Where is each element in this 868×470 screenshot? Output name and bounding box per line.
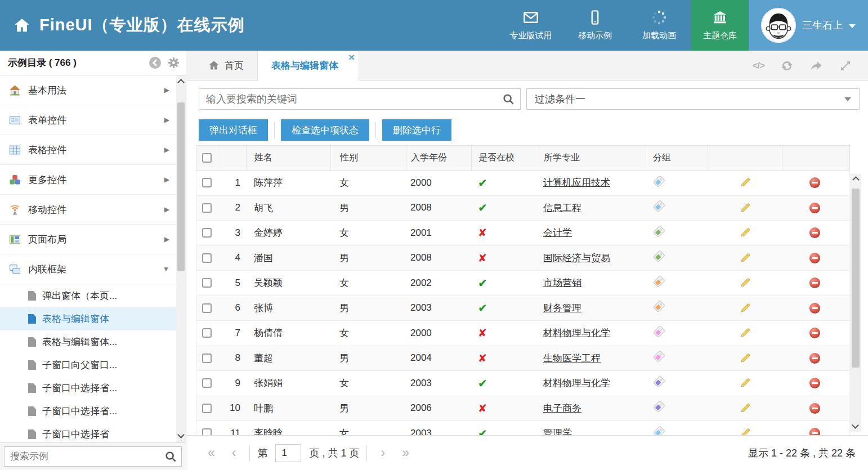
edit-icon[interactable] — [739, 352, 751, 365]
page-number-input[interactable] — [275, 444, 301, 462]
edit-icon[interactable] — [739, 276, 751, 289]
column-header[interactable] — [782, 146, 847, 170]
sidebar-child-2[interactable]: 表格与编辑窗体... — [0, 330, 176, 353]
delete-icon[interactable] — [809, 203, 820, 213]
column-header[interactable]: 姓名 — [246, 146, 330, 170]
row-checkbox[interactable] — [202, 228, 212, 238]
edit-icon[interactable] — [739, 226, 751, 239]
delete-icon[interactable] — [809, 277, 820, 288]
sidebar-child-1[interactable]: 表格与编辑窗体 — [0, 307, 176, 330]
column-header[interactable]: 入学年份 — [406, 146, 471, 170]
collapse-sidebar-icon[interactable] — [149, 56, 162, 69]
edit-icon[interactable] — [739, 176, 751, 189]
major-link[interactable]: 国际经济与贸易 — [543, 252, 610, 265]
column-header[interactable]: 是否在校 — [471, 146, 539, 170]
sidebar-scrollbar[interactable] — [176, 75, 186, 442]
header-nav-item-1[interactable]: 移动示例 — [563, 0, 627, 51]
major-link[interactable]: 会计学 — [543, 226, 572, 239]
column-header[interactable]: 性别 — [330, 146, 406, 170]
major-link[interactable]: 生物医学工程 — [543, 352, 601, 365]
sidebar-group-1[interactable]: 表单控件▶ — [0, 105, 176, 135]
edit-icon[interactable] — [739, 202, 751, 214]
major-link[interactable]: 财务管理 — [543, 302, 581, 315]
row-checkbox[interactable] — [202, 253, 212, 263]
sidebar-child-5[interactable]: 子窗口中选择省... — [0, 400, 176, 423]
toolbar-button-0[interactable]: 弹出对话框 — [199, 119, 268, 141]
sidebar-group-2[interactable]: 表格控件▶ — [0, 135, 176, 165]
major-link[interactable]: 材料物理与化学 — [543, 326, 610, 339]
delete-icon[interactable] — [809, 227, 820, 238]
row-checkbox[interactable] — [202, 378, 212, 388]
scroll-down-icon[interactable] — [852, 422, 859, 429]
delete-icon[interactable] — [809, 428, 820, 435]
sidebar-child-4[interactable]: 子窗口中选择省... — [0, 377, 176, 400]
sidebar-child-6[interactable]: 子窗口中选择省 — [0, 423, 176, 442]
column-header[interactable] — [708, 146, 782, 170]
scroll-up-icon[interactable] — [177, 79, 185, 86]
row-checkbox[interactable] — [202, 328, 212, 338]
header-nav-item-0[interactable]: 专业版试用 — [499, 0, 563, 51]
refresh-icon[interactable] — [780, 59, 794, 73]
edit-icon[interactable] — [739, 377, 751, 390]
search-icon[interactable] — [164, 450, 177, 463]
major-link[interactable]: 市场营销 — [543, 276, 581, 289]
scrollbar-thumb[interactable] — [177, 102, 185, 271]
delete-icon[interactable] — [809, 177, 820, 188]
tab-home[interactable]: 首页 — [195, 51, 258, 80]
edit-icon[interactable] — [739, 326, 751, 339]
row-checkbox[interactable] — [202, 278, 212, 288]
delete-icon[interactable] — [809, 353, 820, 364]
select-all-checkbox[interactable] — [202, 153, 212, 163]
prev-page-button[interactable]: ‹ — [232, 445, 236, 460]
delete-icon[interactable] — [809, 253, 820, 263]
major-link[interactable]: 材料物理与化学 — [543, 377, 610, 390]
major-link[interactable]: 电子商务 — [543, 402, 581, 415]
edit-icon[interactable] — [739, 402, 751, 415]
row-checkbox[interactable] — [202, 428, 212, 435]
toolbar-button-2[interactable]: 删除选中行 — [382, 119, 451, 141]
code-icon[interactable] — [752, 59, 764, 73]
scroll-up-icon[interactable] — [852, 176, 860, 183]
close-icon[interactable] — [348, 52, 355, 62]
delete-icon[interactable] — [809, 328, 820, 338]
header-nav-item-2[interactable]: 加载动画 — [627, 0, 691, 51]
search-icon[interactable] — [502, 93, 514, 105]
first-page-button[interactable]: « — [208, 445, 215, 460]
delete-icon[interactable] — [809, 303, 820, 314]
row-checkbox[interactable] — [202, 178, 212, 187]
tab-active[interactable]: 表格与编辑窗体 — [258, 51, 359, 80]
keyword-search-input[interactable] — [199, 88, 521, 110]
column-header[interactable]: 分组 — [646, 146, 708, 170]
scrollbar-thumb[interactable] — [852, 189, 860, 368]
major-link[interactable]: 计算机应用技术 — [543, 176, 610, 189]
delete-icon[interactable] — [809, 403, 820, 414]
next-page-button[interactable]: › — [381, 445, 385, 460]
edit-icon[interactable] — [739, 252, 751, 265]
user-menu[interactable]: 三生石上 — [749, 0, 868, 51]
row-checkbox[interactable] — [202, 303, 212, 313]
scroll-down-icon[interactable] — [177, 431, 185, 438]
sidebar-group-0[interactable]: 基本用法▶ — [0, 75, 176, 105]
sidebar-group-3[interactable]: 更多控件▶ — [0, 165, 176, 195]
sidebar-group-4[interactable]: 移动控件▶ — [0, 195, 176, 225]
row-checkbox[interactable] — [202, 353, 212, 363]
header-nav-item-3[interactable]: 主题仓库 — [691, 0, 749, 51]
delete-icon[interactable] — [809, 378, 820, 388]
expand-icon[interactable] — [839, 59, 852, 73]
share-icon[interactable] — [809, 59, 823, 73]
column-header[interactable]: 所学专业 — [539, 146, 646, 170]
filter-dropdown[interactable]: 过滤条件一 — [526, 88, 860, 110]
row-checkbox[interactable] — [202, 203, 212, 213]
row-checkbox[interactable] — [202, 404, 212, 413]
table-scrollbar[interactable] — [850, 174, 861, 432]
sidebar-search-input[interactable] — [4, 446, 182, 467]
sidebar-child-0[interactable]: 弹出窗体（本页... — [0, 284, 176, 307]
sidebar-child-3[interactable]: 子窗口向父窗口... — [0, 353, 176, 377]
sidebar-group-5[interactable]: 页面布局▶ — [0, 225, 176, 254]
edit-icon[interactable] — [739, 302, 751, 315]
major-link[interactable]: 管理学 — [543, 427, 572, 435]
last-page-button[interactable]: » — [402, 445, 409, 460]
sidebar-group-6[interactable]: 内联框架▼ — [0, 254, 176, 284]
toolbar-button-1[interactable]: 检查选中项状态 — [281, 119, 369, 141]
gear-icon[interactable] — [167, 56, 180, 69]
